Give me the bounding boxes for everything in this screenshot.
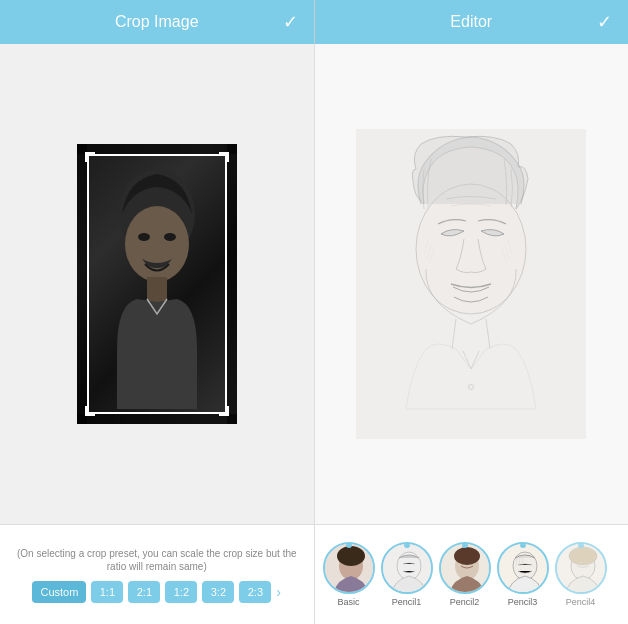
filter-avatar-pencil3[interactable] [497,542,549,594]
filter-dot-basic [346,542,352,548]
avatar-face-pencil4 [557,544,607,594]
filter-avatar-pencil2[interactable] [439,542,491,594]
overlay-left [77,144,87,424]
crop-header: Crop Image ✓ [0,0,315,44]
svg-point-20 [569,547,597,565]
editor-header: Editor ✓ [315,0,629,44]
filter-dot-pencil3 [520,542,526,548]
filter-avatar-pencil4[interactable] [555,542,607,594]
editor-confirm-icon[interactable]: ✓ [597,11,612,33]
header: Crop Image ✓ Editor ✓ [0,0,628,44]
preset-1-2[interactable]: 1:2 [165,581,197,603]
avatar-face-pencil1 [383,544,433,594]
avatar-face-pencil3 [499,544,549,594]
crop-presets-row: Custom 1:1 2:1 1:2 3:2 2:3 › [32,581,281,603]
filter-item-basic[interactable]: Basic [323,542,375,607]
filter-label-basic: Basic [337,597,359,607]
filter-avatar-basic[interactable] [323,542,375,594]
overlay-bottom [77,414,237,424]
crop-hint-text: (On selecting a crop preset, you can sca… [8,547,306,573]
filter-label-pencil2: Pencil2 [450,597,480,607]
overlay-right [227,144,237,424]
filter-item-pencil1[interactable]: Pencil1 [381,542,433,607]
crop-corner-bottomleft[interactable] [85,406,95,416]
filter-avatar-pencil1[interactable] [381,542,433,594]
crop-box[interactable] [87,154,227,414]
crop-area[interactable] [77,144,237,424]
crop-corner-bottomright[interactable] [219,406,229,416]
crop-panel [0,44,315,524]
preset-custom[interactable]: Custom [32,581,86,603]
crop-title: Crop Image [115,13,199,31]
photo-background [77,144,237,424]
filter-label-pencil4: Pencil4 [566,597,596,607]
filter-label-pencil3: Pencil3 [508,597,538,607]
preset-3-2[interactable]: 3:2 [202,581,234,603]
crop-corner-topleft[interactable] [85,152,95,162]
filter-item-pencil2[interactable]: Pencil2 [439,542,491,607]
main-content [0,44,628,524]
preset-1-1[interactable]: 1:1 [91,581,123,603]
svg-point-10 [337,546,365,566]
preset-2-1[interactable]: 2:1 [128,581,160,603]
filter-dot-pencil1 [404,542,410,548]
editor-panel [315,44,629,524]
crop-confirm-icon[interactable]: ✓ [283,11,298,33]
filter-dot-pencil4 [578,542,584,548]
filter-dot-pencil2 [462,542,468,548]
filter-panel: Basic Pencil1 [315,525,629,624]
filter-label-pencil1: Pencil1 [392,597,422,607]
avatar-face-pencil2 [441,544,491,594]
bottom-toolbar: (On selecting a crop preset, you can sca… [0,524,628,624]
overlay-top [77,144,237,154]
editor-title: Editor [450,13,492,31]
crop-presets-panel: (On selecting a crop preset, you can sca… [0,525,315,624]
editor-image [356,129,586,439]
more-presets-icon[interactable]: › [276,584,281,600]
svg-point-15 [454,547,480,565]
preset-2-3[interactable]: 2:3 [239,581,271,603]
crop-corner-topright[interactable] [219,152,229,162]
avatar-face-basic [325,544,375,594]
sketch-svg [356,129,586,439]
filter-item-pencil3[interactable]: Pencil3 [497,542,549,607]
filter-item-pencil4[interactable]: Pencil4 [555,542,607,607]
